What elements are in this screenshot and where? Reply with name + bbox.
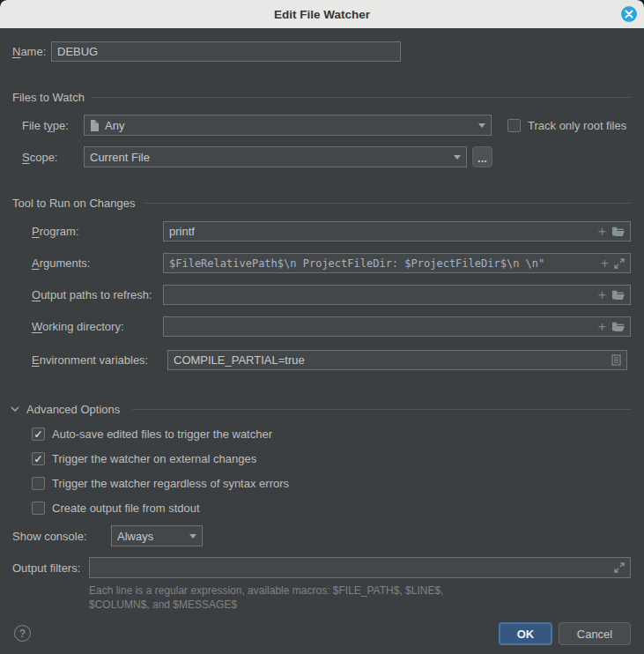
- edit-file-watcher-dialog: Edit File Watcher Name: DEBUG Files to W…: [0, 0, 644, 654]
- program-value: printf: [169, 225, 598, 238]
- open-folder-icon[interactable]: [611, 289, 625, 301]
- scope-browse-button[interactable]: ...: [472, 146, 492, 167]
- checkbox-box: ✓: [32, 452, 45, 465]
- scope-label: Scope:: [22, 151, 57, 164]
- env-vars-value: COMPILE_PARTIAL=true: [174, 353, 611, 367]
- show-console-select[interactable]: Always: [111, 525, 203, 546]
- expand-icon[interactable]: [614, 562, 625, 573]
- open-folder-icon[interactable]: [611, 321, 625, 332]
- file-type-label: File type:: [22, 119, 69, 132]
- external-changes-checkbox[interactable]: ✓ Trigger the watcher on external change…: [32, 452, 256, 465]
- track-only-root-files-label: Track only root files: [528, 119, 626, 132]
- track-only-root-files-checkbox[interactable]: Track only root files: [507, 119, 626, 132]
- name-value: DEBUG: [57, 45, 395, 58]
- checkbox-label: Trigger the watcher regardless of syntax…: [52, 477, 289, 490]
- working-directory-input[interactable]: +: [163, 316, 631, 337]
- scope-value: Current File: [90, 151, 448, 164]
- name-label: Name:: [12, 45, 46, 58]
- env-vars-label: Environment variables:: [32, 353, 148, 367]
- cancel-button[interactable]: Cancel: [559, 622, 631, 645]
- file-type-select[interactable]: Any: [84, 115, 492, 136]
- arguments-input[interactable]: $FileRelativePath$\n ProjectFileDir: $Pr…: [163, 253, 631, 273]
- output-filters-label: Output filters:: [12, 561, 80, 575]
- list-icon[interactable]: [611, 354, 621, 366]
- insert-macro-icon[interactable]: +: [598, 225, 606, 239]
- section-divider: [92, 97, 632, 98]
- syntax-errors-checkbox[interactable]: Trigger the watcher regardless of syntax…: [32, 477, 289, 490]
- checkbox-box: [507, 119, 521, 132]
- output-filters-hint: Each line is a regular expression, avail…: [89, 583, 443, 612]
- checkbox-box: [32, 502, 45, 515]
- show-console-value: Always: [117, 530, 184, 543]
- dialog-title: Edit File Watcher: [274, 8, 370, 21]
- auto-save-checkbox[interactable]: ✓ Auto-save edited files to trigger the …: [32, 427, 272, 441]
- expand-icon[interactable]: [614, 258, 625, 269]
- title-bar: Edit File Watcher: [0, 0, 644, 28]
- program-input[interactable]: printf +: [163, 221, 631, 242]
- chevron-down-icon: [189, 534, 196, 539]
- chevron-down-icon: [454, 155, 461, 160]
- section-divider: [132, 409, 632, 410]
- arguments-label: Arguments:: [32, 256, 90, 270]
- show-console-label: Show console:: [12, 530, 87, 543]
- name-input[interactable]: DEBUG: [51, 41, 401, 62]
- arguments-value: $FileRelativePath$\n ProjectFileDir: $Pr…: [169, 257, 601, 270]
- insert-macro-icon[interactable]: +: [601, 256, 609, 271]
- working-directory-label: Working directory:: [32, 320, 124, 333]
- output-paths-input[interactable]: +: [163, 285, 631, 305]
- chevron-down-icon[interactable]: [11, 406, 19, 412]
- checkbox-box: ✓: [32, 427, 45, 441]
- help-icon[interactable]: ?: [14, 625, 31, 642]
- section-divider: [144, 203, 632, 204]
- output-filters-input[interactable]: [89, 557, 631, 578]
- insert-macro-icon[interactable]: +: [598, 320, 606, 334]
- output-paths-label: Output paths to refresh:: [32, 288, 152, 301]
- scope-select[interactable]: Current File: [84, 146, 467, 167]
- close-icon[interactable]: [621, 6, 637, 22]
- file-icon: [90, 120, 99, 131]
- open-folder-icon[interactable]: [611, 226, 625, 237]
- tool-section-title: Tool to Run on Changes: [12, 197, 135, 210]
- checkbox-label: Auto-save edited files to trigger the wa…: [52, 427, 272, 441]
- advanced-options-section-title[interactable]: Advanced Options: [26, 403, 120, 416]
- checkbox-label: Trigger the watcher on external changes: [52, 452, 256, 465]
- files-to-watch-section-title: Files to Watch: [12, 91, 85, 104]
- file-type-value: Any: [105, 119, 473, 132]
- checkbox-label: Create output file from stdout: [52, 502, 200, 515]
- ok-button[interactable]: OK: [499, 622, 552, 645]
- program-label: Program:: [32, 225, 78, 238]
- checkbox-box: [32, 477, 45, 490]
- create-output-file-checkbox[interactable]: Create output file from stdout: [32, 502, 200, 515]
- chevron-down-icon: [478, 123, 485, 128]
- insert-macro-icon[interactable]: +: [598, 288, 606, 302]
- env-vars-input[interactable]: COMPILE_PARTIAL=true: [167, 350, 627, 370]
